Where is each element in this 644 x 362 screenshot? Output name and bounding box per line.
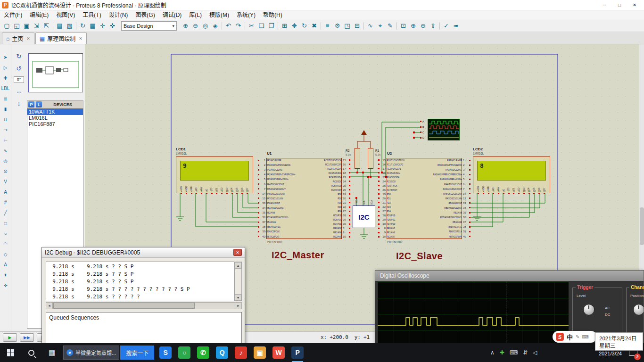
wire-label-icon[interactable]: LBL xyxy=(1,83,10,93)
refresh-icon[interactable]: ↻ xyxy=(78,21,88,31)
lcd2-component[interactable]: 8 VSS1VDD2VEE3RS4RW5E6D07D18D29D310D411D… xyxy=(473,156,550,193)
browser-search-deskband[interactable]: e 半微量定氮蒸馏... xyxy=(63,346,119,360)
device-list-item[interactable]: 10WATT1K xyxy=(27,109,83,115)
voltage-probe-icon[interactable]: V xyxy=(1,176,10,187)
tray-security-icon[interactable]: ✚ xyxy=(500,349,504,356)
design-selector[interactable]: Base Design ▾ xyxy=(121,21,177,31)
close-icon[interactable]: ✕ xyxy=(233,249,242,256)
toolbar-icon[interactable] xyxy=(363,22,364,30)
pick-devices-button[interactable]: P xyxy=(28,101,34,107)
zoom-in-icon[interactable]: ⊕ xyxy=(181,21,190,31)
import-icon[interactable]: ⇲ xyxy=(32,21,41,31)
minimize-button[interactable]: ─ xyxy=(597,0,612,10)
zoom-out-icon[interactable]: ⊖ xyxy=(190,21,200,31)
netlist-icon[interactable]: ➠ xyxy=(451,21,461,31)
tray-keyboard-icon[interactable]: ⌨ xyxy=(510,349,518,356)
taskbar-sogou-browser[interactable]: S xyxy=(156,343,175,362)
debug-horizontal-scrollbar[interactable]: ◄ ► xyxy=(46,302,242,309)
start-button[interactable] xyxy=(0,343,21,362)
graph-mode-icon[interactable]: ∿ xyxy=(1,145,10,156)
trigger-level-knob[interactable] xyxy=(583,304,594,315)
maximize-button[interactable]: □ xyxy=(612,0,627,10)
scroll-down-icon[interactable]: ▼ xyxy=(235,294,241,301)
2d-arc-icon[interactable]: ◠ xyxy=(1,239,10,249)
mark-area-icon[interactable]: ▧ xyxy=(65,21,74,31)
save-icon[interactable]: ▣ xyxy=(22,21,32,31)
ime-tool-icon[interactable]: ⌨ xyxy=(582,334,588,339)
ime-toolbar[interactable]: S 中 ✎⌨ xyxy=(553,331,597,343)
toolbar-icon[interactable] xyxy=(278,22,278,30)
overview-minimap[interactable] xyxy=(28,53,83,92)
scroll-left-icon[interactable]: ◄ xyxy=(46,303,53,309)
taskbar-music[interactable]: ♪ xyxy=(231,343,250,362)
subcircuit-icon[interactable]: ⊔ xyxy=(1,114,10,124)
toolbar-icon[interactable] xyxy=(76,22,76,30)
export-icon[interactable]: ⇱ xyxy=(41,21,51,31)
text-script-icon[interactable]: ≣ xyxy=(1,93,10,104)
debug-log-row[interactable]: 9.218 s 9.218 s ? ? S P xyxy=(46,271,234,278)
tab-home[interactable]: ⌂ 主页 ✕ xyxy=(2,33,34,44)
debug-window-titlebar[interactable]: I2C Debug - $II2C DEBUGGER#0005 ✕ xyxy=(42,247,245,258)
rotation-angle-field[interactable]: 0° xyxy=(14,76,24,83)
taskbar-proteus[interactable]: P xyxy=(288,343,307,362)
scroll-right-icon[interactable]: ► xyxy=(235,303,241,309)
terminal-icon[interactable]: ⊸ xyxy=(1,124,10,135)
menu-item[interactable]: 文件(F) xyxy=(0,10,26,20)
zoom-area-icon[interactable]: ◈ xyxy=(210,21,220,31)
tape-recorder-icon[interactable]: ◎ xyxy=(1,156,10,166)
decompose-icon[interactable]: ⊟ xyxy=(352,21,362,31)
tab-close-icon[interactable]: ✕ xyxy=(26,36,30,41)
channel-position-knob[interactable] xyxy=(633,304,644,315)
scrollbar-thumb[interactable] xyxy=(640,207,644,245)
design-explorer-icon[interactable]: ⊡ xyxy=(398,21,408,31)
oscilloscope-titlebar[interactable]: Digital Oscilloscope xyxy=(375,271,644,281)
exit-to-parent-icon[interactable]: ⇧ xyxy=(428,21,438,31)
scrollbar-thumb[interactable] xyxy=(53,303,195,309)
play-button[interactable]: ▶ xyxy=(3,333,17,342)
sogou-ime-icon[interactable]: S xyxy=(556,333,564,341)
debug-log-row[interactable]: 9.218 s 9.218 s ? ? S P xyxy=(46,263,234,271)
resistor-r1[interactable] xyxy=(368,148,373,169)
debug-log-list[interactable]: 9.218 s 9.218 s ? ? S P 9.218 s 9.218 s … xyxy=(46,262,234,301)
copy-icon[interactable]: ❏ xyxy=(256,21,266,31)
taskbar-search-button[interactable] xyxy=(21,343,41,362)
debug-log-row[interactable]: 9.218 s 9.218 s ? ? S P xyxy=(46,278,234,286)
generator-icon[interactable]: ⊙ xyxy=(1,166,10,176)
device-list-item[interactable]: PIC16F887 xyxy=(27,121,83,127)
close-button[interactable]: ✕ xyxy=(627,0,642,10)
new-file-icon[interactable]: ▢ xyxy=(2,21,12,31)
toolbar-icon[interactable] xyxy=(53,22,53,30)
block-copy-icon[interactable]: ⊞ xyxy=(280,21,289,31)
device-pin-icon[interactable]: ⊢ xyxy=(1,135,10,145)
open-folder-icon[interactable]: ◱ xyxy=(12,21,22,31)
virtual-instruments-icon[interactable]: # xyxy=(1,197,10,207)
tray-chevron-icon[interactable]: ∧ xyxy=(490,349,495,356)
print-icon[interactable]: ▤ xyxy=(55,21,65,31)
i2c-debugger-component[interactable]: I2C xyxy=(353,206,375,228)
buses-icon[interactable]: ▮ xyxy=(1,104,10,114)
cut-icon[interactable]: ✂ xyxy=(247,21,256,31)
wire-autorouter-icon[interactable]: ∿ xyxy=(365,21,375,31)
current-probe-icon[interactable]: A xyxy=(1,187,10,197)
ime-mode-chinese[interactable]: 中 xyxy=(567,332,573,341)
packaging-tool-icon[interactable]: ◳ xyxy=(342,21,352,31)
deskband-text[interactable]: 半微量定氮蒸馏... xyxy=(75,349,116,356)
mirror-horizontal-icon[interactable]: ↔ xyxy=(15,87,23,95)
debug-log-row[interactable]: 9.218 s 9.218 s ? ? ? ? ? xyxy=(46,293,234,301)
menu-item[interactable]: 视图(V) xyxy=(52,10,79,20)
menu-item[interactable]: 帮助(H) xyxy=(259,10,286,20)
mcu-u1[interactable]: 1RE3/MCLR/VPP2RA0/AN0/ULPWU/C12IN0-3RA1/… xyxy=(258,158,350,239)
false-origin-icon[interactable]: ✛ xyxy=(98,21,107,31)
device-list-item[interactable]: LM016L xyxy=(27,115,83,121)
task-view-button[interactable]: ▦ xyxy=(41,343,62,362)
component-mode-icon[interactable]: ▷ xyxy=(1,62,10,73)
remove-sheet-icon[interactable]: ⊖ xyxy=(418,21,428,31)
2d-marker-icon[interactable]: ✛ xyxy=(1,280,10,290)
taskbar-wechat[interactable]: ✆ xyxy=(194,343,213,362)
pick-parts-icon[interactable]: ≡ xyxy=(322,21,332,31)
selection-mode-icon[interactable]: ➤ xyxy=(1,52,10,62)
block-move-icon[interactable]: ✥ xyxy=(289,21,299,31)
tray-volume-icon[interactable]: ◁ xyxy=(533,349,537,356)
2d-text-icon[interactable]: A xyxy=(1,259,10,270)
tab-schematic[interactable]: ▦ 原理图绘制 ✕ xyxy=(35,33,87,44)
